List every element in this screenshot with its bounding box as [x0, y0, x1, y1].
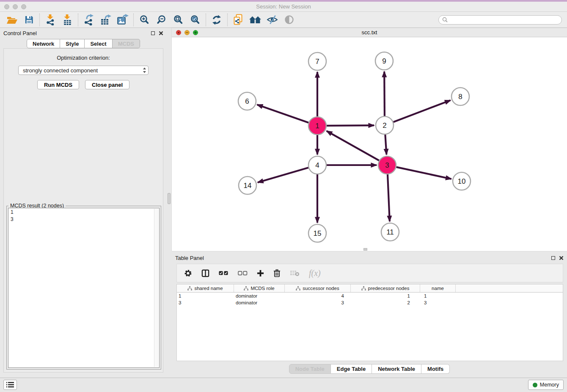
graph-edge-1-6[interactable]: [257, 105, 309, 123]
hierarchy-icon: [187, 286, 192, 290]
refresh-style-button[interactable]: [208, 13, 225, 27]
graph-edge-2-8[interactable]: [394, 100, 451, 122]
toolbar-separator: [78, 14, 78, 26]
column-header-successor-nodes[interactable]: successor nodes: [285, 284, 351, 292]
float-panel-icon[interactable]: [551, 256, 555, 260]
select-all-rows-button[interactable]: [219, 271, 228, 276]
canvas-scroll-thumb[interactable]: [363, 248, 367, 251]
graph-node-4[interactable]: 4: [308, 156, 326, 174]
run-mcds-button[interactable]: Run MCDS: [37, 80, 79, 89]
float-panel-icon[interactable]: [151, 31, 155, 35]
graph-node-1[interactable]: 1: [308, 117, 326, 135]
selected-criterion: strongly connected component: [23, 67, 98, 74]
save-session-button[interactable]: [20, 13, 37, 27]
toolbar-separator: [39, 14, 40, 26]
function-builder-button: f(x): [309, 268, 321, 278]
cell-shared-name[interactable]: 1: [177, 293, 234, 298]
cell-shared-name[interactable]: 3: [177, 300, 234, 305]
graph-edge-3-10[interactable]: [396, 167, 451, 179]
close-panel-button[interactable]: Close panel: [85, 80, 129, 89]
zoom-selected-button[interactable]: [187, 13, 204, 27]
show-columns-button[interactable]: [201, 269, 209, 277]
graph-node-10[interactable]: 10: [453, 172, 471, 190]
result-scrollbar[interactable]: [154, 209, 159, 367]
tab-edge-table[interactable]: Edge Table: [331, 364, 372, 374]
cell-name[interactable]: 3: [420, 300, 456, 305]
graph-node-14[interactable]: 14: [239, 177, 256, 194]
export-network-button[interactable]: [80, 13, 97, 27]
hierarchy-icon: [361, 286, 366, 290]
gear-icon: [184, 269, 192, 277]
cell-mcds-role[interactable]: dominator: [234, 300, 285, 305]
delete-table-button: [290, 270, 300, 276]
column-header-mcds-role[interactable]: MCDS role: [234, 284, 285, 292]
optimization-criterion-select[interactable]: strongly connected component: [18, 66, 149, 75]
graph-node-label: 10: [458, 177, 466, 185]
panel-splitter[interactable]: [167, 28, 172, 378]
graph-node-8[interactable]: 8: [451, 88, 469, 105]
graph-edge-3-11[interactable]: [388, 174, 390, 221]
graph-node-label: 6: [245, 97, 249, 105]
network-graph[interactable]: 7968124314101511: [172, 37, 566, 251]
cell-predecessor-nodes[interactable]: 2: [351, 300, 420, 305]
graph-edge-3-1[interactable]: [327, 131, 379, 160]
tab-node-table[interactable]: Node Table: [289, 364, 331, 374]
splitter-handle[interactable]: [168, 193, 171, 204]
import-table-button[interactable]: [59, 13, 76, 27]
toolbar-separator: [133, 14, 134, 26]
graph-node-2[interactable]: 2: [376, 116, 394, 134]
create-column-button[interactable]: [257, 270, 264, 277]
search-field[interactable]: [438, 15, 562, 25]
memory-button[interactable]: Memory: [528, 380, 564, 390]
import-network-button[interactable]: [42, 13, 59, 27]
export-image-button[interactable]: [114, 13, 131, 27]
cell-predecessor-nodes[interactable]: 1: [351, 293, 420, 298]
table-header-row: shared name MCDS role successor nodes pr…: [177, 284, 563, 293]
show-task-history-button[interactable]: [3, 380, 17, 390]
graph-edge-4-14[interactable]: [258, 168, 308, 182]
graph-node-9[interactable]: 9: [375, 52, 393, 70]
graph-node-label: 7: [315, 58, 319, 66]
network-canvas[interactable]: 7968124314101511: [172, 37, 567, 251]
delete-column-button[interactable]: [273, 269, 281, 277]
clone-network-button[interactable]: [230, 13, 247, 27]
cell-successor-nodes[interactable]: 4: [285, 293, 351, 298]
mcds-result-textarea[interactable]: 1 3: [8, 208, 160, 368]
cell-successor-nodes[interactable]: 3: [285, 300, 351, 305]
graph-node-3[interactable]: 3: [378, 156, 396, 174]
table-row[interactable]: 3 dominator 3 2 3: [177, 299, 563, 306]
zoom-fit-button[interactable]: [170, 13, 187, 27]
tab-select[interactable]: Select: [85, 39, 112, 48]
graph-edge-1-2[interactable]: [327, 125, 374, 126]
search-input[interactable]: [450, 17, 558, 23]
graph-node-15[interactable]: 15: [308, 224, 326, 242]
cell-mcds-role[interactable]: dominator: [234, 293, 285, 298]
close-panel-icon[interactable]: [559, 256, 564, 260]
graph-node-7[interactable]: 7: [308, 52, 326, 70]
graph-edge-2-9[interactable]: [384, 72, 385, 116]
hide-selected-button[interactable]: [264, 13, 281, 27]
table-row[interactable]: 1 dominator 4 1 1: [177, 293, 563, 299]
close-panel-icon[interactable]: [159, 31, 163, 36]
table-settings-button[interactable]: [184, 269, 192, 277]
zoom-in-button[interactable]: [136, 13, 153, 27]
graph-node-label: 15: [314, 229, 322, 237]
export-image-icon: [117, 14, 129, 25]
tab-network-table[interactable]: Network Table: [372, 364, 421, 374]
graph-edge-2-3[interactable]: [385, 135, 386, 155]
tab-network[interactable]: Network: [27, 39, 60, 48]
tab-mcds[interactable]: MCDS: [113, 39, 140, 48]
column-header-name[interactable]: name: [420, 284, 456, 292]
tab-style[interactable]: Style: [60, 39, 85, 48]
deselect-all-rows-button[interactable]: [238, 271, 248, 276]
zoom-out-button[interactable]: [153, 13, 170, 27]
first-neighbors-button[interactable]: [247, 13, 264, 27]
cell-name[interactable]: 1: [420, 293, 456, 298]
export-table-button[interactable]: [97, 13, 114, 27]
column-header-predecessor-nodes[interactable]: predecessor nodes: [351, 284, 420, 292]
graph-node-6[interactable]: 6: [238, 92, 256, 110]
open-session-button[interactable]: [3, 13, 20, 27]
column-header-shared-name[interactable]: shared name: [177, 284, 234, 292]
graph-node-11[interactable]: 11: [381, 223, 399, 241]
tab-motifs[interactable]: Motifs: [421, 364, 450, 374]
